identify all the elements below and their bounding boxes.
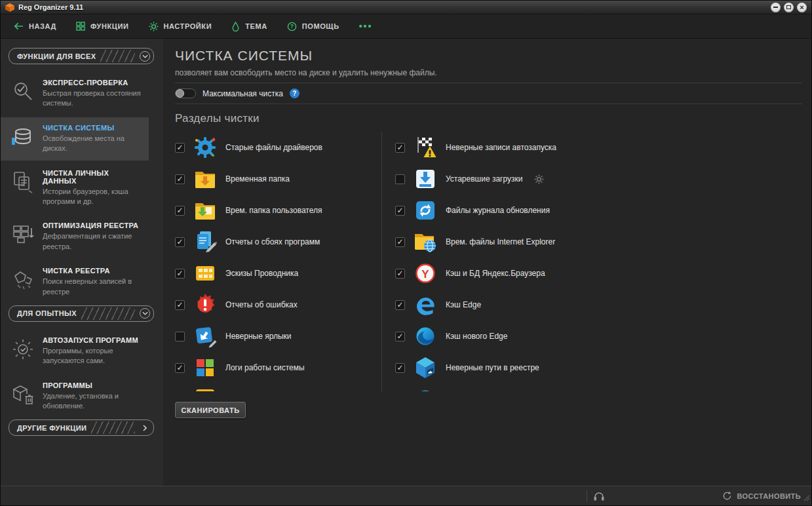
cleanup-item-user-temp-folder[interactable]: ✓ Врем. папка пользователя xyxy=(175,195,381,226)
sidebar-item-system-clean[interactable]: ЧИСТКА СИСТЕМЫ Освобождение места на дис… xyxy=(1,117,149,161)
cleanup-item-explorer-thumbnails[interactable]: ✓ Эскизы Проводника xyxy=(175,258,381,289)
app-window: Reg Organizer 9.11 × НАЗАД ФУНКЦИИ НАСТР… xyxy=(0,0,812,506)
cleanup-item-edge-cache[interactable]: ✓ Кэш Edge xyxy=(395,289,802,321)
resize-grip[interactable] xyxy=(802,492,810,504)
system-logs-icon xyxy=(193,355,218,380)
checkbox[interactable]: ✓ xyxy=(395,332,405,341)
checkbox[interactable]: ✓ xyxy=(175,237,185,247)
cleanup-item-autorun-entries[interactable]: ✓ Неверные записи автозапуска xyxy=(395,132,802,163)
minimize-button[interactable] xyxy=(771,3,781,12)
cleanup-item-update-log[interactable]: ✓ Файлы журнала обновления xyxy=(395,195,802,226)
headphones-icon xyxy=(593,491,605,501)
scan-button[interactable]: СКАНИРОВАТЬ xyxy=(175,402,246,418)
sidebar-item-registry-clean[interactable]: ЧИСТКА РЕЕСТРА Поиск неверных записей в … xyxy=(1,260,149,303)
cleanup-item-old-drivers[interactable]: ✓ Старые файлы драйверов xyxy=(175,132,381,163)
max-clean-toggle[interactable] xyxy=(175,88,196,98)
item-settings-gear-icon[interactable] xyxy=(534,174,544,184)
help-label: ПОМОЩЬ xyxy=(302,22,339,30)
checkbox[interactable]: ✓ xyxy=(175,269,185,279)
window-controls: × xyxy=(771,3,807,12)
cleanup-item-partial[interactable] xyxy=(175,383,381,391)
explorer-thumbnails-icon xyxy=(193,261,218,286)
max-clean-toggle-row: Максимальная чистка ? xyxy=(175,83,802,104)
cleanup-column-left: ✓ Старые файлы драйверов ✓ Временная пап… xyxy=(175,132,381,391)
page-description: позволяет вам освободить место на диске … xyxy=(175,68,800,77)
checkbox[interactable]: ✓ xyxy=(395,363,405,373)
checkbox[interactable] xyxy=(175,332,185,341)
theme-drop-icon xyxy=(231,22,240,31)
cleanup-item-system-logs[interactable]: ✓ Логи работы системы xyxy=(175,352,381,383)
cleanup-label: Неверные пути в реестре xyxy=(446,363,539,372)
cleanup-item-registry-paths[interactable]: ✓ Неверные пути в реестре xyxy=(395,352,802,383)
temp-folder-icon xyxy=(193,166,218,191)
sidebar-item-subtitle: Удаление, установка и обновление. xyxy=(43,391,144,412)
page-title: ЧИСТКА СИСТЕМЫ xyxy=(175,48,800,64)
checkbox[interactable]: ✓ xyxy=(395,143,405,153)
programs-box-icon xyxy=(10,381,36,408)
cleanup-label: Устаревшие загрузки xyxy=(446,174,522,184)
back-button[interactable]: НАЗАД xyxy=(14,22,56,30)
group-header-advanced[interactable]: ДЛЯ ОПЫТНЫХ xyxy=(9,305,154,322)
cleanup-label: Отчеты о сбоях программ xyxy=(225,237,320,246)
cleanup-item-error-reports[interactable]: ✓ Отчеты об ошибках xyxy=(175,289,381,321)
max-clean-help-icon[interactable]: ? xyxy=(290,88,300,98)
status-bar: ВОССТАНОВИТЬ xyxy=(1,486,811,505)
settings-menu-button[interactable]: НАСТРОЙКИ xyxy=(149,22,212,31)
checkbox[interactable]: ✓ xyxy=(395,237,405,247)
functions-menu-button[interactable]: ФУНКЦИИ xyxy=(76,22,129,31)
cleanup-item-invalid-shortcuts[interactable]: Неверные ярлыки xyxy=(175,321,381,352)
checkbox[interactable]: ✓ xyxy=(175,206,185,216)
help-menu-button[interactable]: ? ПОМОЩЬ xyxy=(287,22,339,31)
help-circle-icon: ? xyxy=(287,22,297,31)
registry-fragments-icon xyxy=(10,267,36,293)
gear-icon xyxy=(149,22,159,31)
back-arrow-icon xyxy=(14,22,24,30)
checkbox[interactable] xyxy=(395,174,405,184)
checkbox[interactable]: ✓ xyxy=(395,206,405,216)
sidebar-item-title: ОПТИМИЗАЦИЯ РЕЕСТРА xyxy=(43,222,144,229)
sidebar-item-registry-optimize[interactable]: ОПТИМИЗАЦИЯ РЕЕСТРА Дефрагментация и сжа… xyxy=(1,215,149,258)
back-label: НАЗАД xyxy=(29,22,56,30)
section-title: Разделы чистки xyxy=(175,112,800,125)
cleanup-item-new-edge-cache[interactable]: ✓ Кэш нового Edge xyxy=(395,321,802,352)
close-button[interactable]: × xyxy=(797,3,807,12)
checkbox[interactable]: ✓ xyxy=(395,269,405,279)
cleanup-item-crash-reports[interactable]: ✓ Отчеты о сбоях программ xyxy=(175,226,381,258)
sound-support-button[interactable] xyxy=(587,491,611,501)
cleanup-item-temp-folder[interactable]: ✓ Временная папка xyxy=(175,163,381,195)
cleanup-item-ie-temp-files[interactable]: ✓ Врем. файлы Internet Explorer xyxy=(395,226,802,258)
title-bar[interactable]: Reg Organizer 9.11 × xyxy=(1,1,811,14)
checkbox[interactable]: ✓ xyxy=(175,174,185,184)
sidebar-item-programs[interactable]: ПРОГРАММЫ Удаление, установка и обновлен… xyxy=(1,375,149,418)
more-menu-button[interactable]: ••• xyxy=(359,21,373,31)
defrag-bricks-icon xyxy=(10,222,36,248)
window-title: Reg Organizer 9.11 xyxy=(18,3,83,11)
cleanup-label: Кэш и БД Яндекс.Браузера xyxy=(446,269,545,278)
sidebar-item-private-data-clean[interactable]: ЧИСТКА ЛИЧНЫХ ДАННЫХ Истории браузеров, … xyxy=(1,163,149,214)
cleanup-label: Кэш Edge xyxy=(446,300,481,309)
cleanup-item-old-downloads[interactable]: Устаревшие загрузки xyxy=(395,163,802,195)
cleanup-label: Неверные ярлыки xyxy=(225,332,292,341)
cleanup-item-partial[interactable] xyxy=(395,383,802,391)
cleanup-item-yandex-cache[interactable]: ✓ Y Кэш и БД Яндекс.Браузера xyxy=(395,258,802,289)
documents-icon xyxy=(10,169,36,195)
svg-text:?: ? xyxy=(290,23,294,29)
group-header-other-functions[interactable]: ДРУГИЕ ФУНКЦИИ xyxy=(9,419,154,436)
more-dots-icon: ••• xyxy=(359,21,373,31)
old-downloads-icon xyxy=(413,166,438,191)
maximize-button[interactable] xyxy=(784,3,794,12)
functions-label: ФУНКЦИИ xyxy=(90,22,129,30)
restore-button[interactable]: ВОССТАНОВИТЬ xyxy=(722,491,801,501)
checkbox[interactable]: ✓ xyxy=(395,300,405,310)
checkbox[interactable]: ✓ xyxy=(175,143,185,153)
group-header-all-functions[interactable]: ФУНКЦИИ ДЛЯ ВСЕХ xyxy=(9,48,154,64)
registry-cube-icon xyxy=(413,355,438,380)
edge-legacy-icon xyxy=(413,292,438,317)
theme-menu-button[interactable]: ТЕМА xyxy=(231,22,267,31)
sidebar-item-autostart[interactable]: АВТОЗАПУСК ПРОГРАММ Программы, которые з… xyxy=(1,330,149,373)
partial-browser-icon xyxy=(413,387,438,391)
checkbox[interactable]: ✓ xyxy=(175,363,185,373)
checkbox[interactable]: ✓ xyxy=(175,300,185,310)
autostart-gear-icon xyxy=(10,336,36,362)
sidebar-item-express-check[interactable]: ЭКСПРЕСС-ПРОВЕРКА Быстрая проверка состо… xyxy=(1,72,149,115)
